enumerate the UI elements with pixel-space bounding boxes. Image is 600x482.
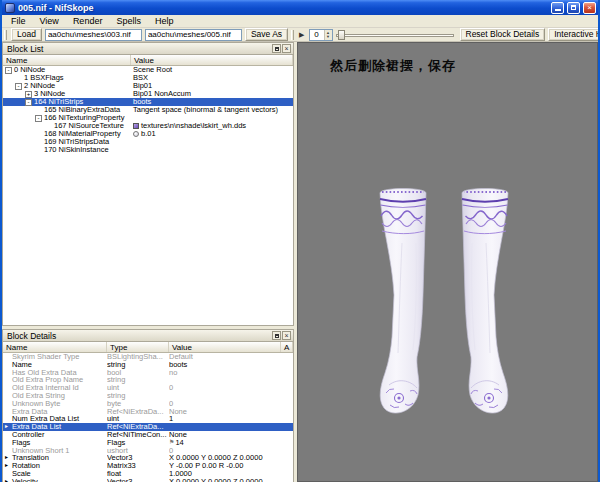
- collapse-icon[interactable]: -: [35, 115, 42, 122]
- spin-down-icon[interactable]: ▼: [326, 35, 330, 39]
- block-details-column-type[interactable]: Type: [107, 342, 169, 352]
- block-details-row[interactable]: ▸VelocityVector3X 0.0000 Y 0.0000 Z 0.00…: [3, 478, 293, 482]
- block-name: 168 NiMaterialProperty: [44, 130, 121, 138]
- expand-arrow-icon[interactable]: ▸: [5, 454, 12, 462]
- block-value: Bip01 NonAccum: [133, 90, 191, 98]
- block-value: Tangent space (binormal & tangent vector…: [133, 106, 278, 114]
- block-value: b.01: [141, 130, 156, 138]
- toolbar-grip[interactable]: [4, 30, 7, 40]
- menu-item-help[interactable]: Help: [148, 16, 181, 26]
- menu-item-view[interactable]: View: [33, 16, 66, 26]
- slider-handle[interactable]: [338, 30, 345, 40]
- timeline-slider[interactable]: [336, 30, 454, 40]
- block-details-row[interactable]: Extra DataRef<NiExtraDa...None: [3, 408, 293, 416]
- field-value: Y -0.00 P 0.00 R -0.00: [169, 462, 243, 470]
- block-list-row[interactable]: 1 BSXFlagsBSX: [3, 74, 293, 82]
- field-value: 0: [169, 447, 173, 455]
- float-icon: [275, 334, 279, 338]
- dock-float-button[interactable]: [272, 44, 281, 53]
- block-name: 165 NiBinaryExtraData: [44, 106, 120, 114]
- expand-arrow-icon[interactable]: ▸: [5, 423, 12, 431]
- block-list-row[interactable]: -2 NiNodeBip01: [3, 82, 293, 90]
- maximize-button[interactable]: [567, 2, 580, 14]
- block-details-row[interactable]: Unknown Short 1ushort0: [3, 447, 293, 455]
- expand-arrow-icon[interactable]: ▸: [5, 478, 12, 482]
- collapse-icon[interactable]: -: [5, 67, 12, 74]
- block-details-row[interactable]: Namestringboots: [3, 361, 293, 369]
- field-name: Extra Data List: [12, 423, 61, 431]
- block-list-row[interactable]: +3 NiNodeBip01 NonAccum: [3, 90, 293, 98]
- block-list-row[interactable]: 167 NiSourceTexturetextures\n\nshade\lsk…: [3, 122, 293, 130]
- collapse-icon[interactable]: -: [15, 83, 22, 90]
- block-details-dock: Block Details × NameTypeValueA Skyrim Sh…: [2, 329, 294, 482]
- block-details-row[interactable]: Old Extra Internal Iduint0: [3, 384, 293, 392]
- dock-close-button[interactable]: ×: [282, 44, 291, 53]
- block-details-column-name[interactable]: Name: [3, 342, 107, 352]
- block-details-row[interactable]: ▸Extra Data ListRef<NiExtraDa...: [3, 423, 293, 431]
- app-icon: [5, 3, 15, 13]
- block-list-row[interactable]: 170 NiSkinInstance: [3, 146, 293, 154]
- field-value: 0: [169, 384, 173, 392]
- dock-float-button[interactable]: [272, 331, 281, 340]
- block-list-row[interactable]: -0 NiNodeScene Root: [3, 66, 293, 74]
- expand-arrow-icon[interactable]: ▸: [5, 462, 12, 470]
- field-value: Default: [169, 353, 193, 361]
- menu-item-spells[interactable]: Spells: [109, 16, 148, 26]
- minimize-button[interactable]: [551, 2, 564, 14]
- field-value: 1: [169, 415, 173, 423]
- block-details-row[interactable]: Unknown Bytebyte0: [3, 400, 293, 408]
- expand-icon[interactable]: +: [25, 91, 32, 98]
- block-details-row[interactable]: ControllerRef<NiTimeCon...None: [3, 431, 293, 439]
- play-icon[interactable]: ▶: [298, 31, 305, 39]
- field-value: 0: [169, 400, 173, 408]
- menu-item-file[interactable]: File: [4, 16, 33, 26]
- field-name: Old Extra Internal Id: [12, 384, 79, 392]
- field-value: None: [169, 408, 187, 416]
- block-name: 2 NiNode: [24, 82, 55, 90]
- block-details-row[interactable]: ▸TranslationVector3X 0.0000 Y 0.0000 Z 0…: [3, 454, 293, 462]
- frame-spinner[interactable]: 0 ▲ ▼: [309, 29, 333, 41]
- main-toolbar: Load Save As ▶ 0 ▲ ▼ Reset Block Details…: [2, 28, 598, 42]
- render-viewport[interactable]: 然后删除裙摆，保存: [297, 42, 598, 482]
- block-details-row[interactable]: Has Old Extra Databoolno: [3, 369, 293, 377]
- block-details-row[interactable]: Skyrim Shader TypeBSLightingSha...Defaul…: [3, 353, 293, 361]
- menu-item-render[interactable]: Render: [66, 16, 110, 26]
- block-list-row[interactable]: 165 NiBinaryExtraDataTangent space (bino…: [3, 106, 293, 114]
- save-path-field[interactable]: [145, 29, 242, 41]
- block-list-column-name[interactable]: Name: [3, 55, 131, 65]
- block-details-row[interactable]: Old Extra Stringstring: [3, 392, 293, 400]
- interactive-help-button[interactable]: Interactive H: [548, 28, 598, 41]
- save-as-button[interactable]: Save As: [245, 28, 288, 41]
- block-list-column-value[interactable]: Value: [131, 55, 293, 65]
- block-details-columns: NameTypeValueA: [3, 342, 293, 353]
- block-details-column-value[interactable]: Value: [169, 342, 281, 352]
- close-button[interactable]: ×: [583, 2, 596, 14]
- load-button[interactable]: Load: [11, 28, 42, 41]
- block-details-row[interactable]: ▸RotationMatrix33Y -0.00 P 0.00 R -0.00: [3, 462, 293, 470]
- main-area: Block List × NameValue -0 NiNodeScene Ro…: [2, 42, 598, 482]
- block-list-row[interactable]: 168 NiMaterialPropertyb.01: [3, 130, 293, 138]
- field-name: Velocity: [12, 478, 38, 482]
- block-details-column-a[interactable]: A: [281, 342, 293, 352]
- block-details-row[interactable]: Old Extra Prop Namestring: [3, 376, 293, 384]
- block-list-row[interactable]: 169 NiTriStripsData: [3, 138, 293, 146]
- block-value: Scene Root: [133, 66, 172, 74]
- field-name: Num Extra Data List: [12, 415, 79, 423]
- block-name: 3 NiNode: [34, 90, 65, 98]
- toolbar-grip[interactable]: [291, 30, 294, 40]
- dock-close-button[interactable]: ×: [282, 331, 291, 340]
- maximize-icon: [571, 5, 576, 10]
- block-details-row[interactable]: Scalefloat1.0000: [3, 470, 293, 478]
- block-details-rows: Skyrim Shader TypeBSLightingSha...Defaul…: [3, 353, 293, 482]
- spinner-arrows-icon[interactable]: ▲ ▼: [324, 30, 332, 40]
- field-name: Rotation: [12, 462, 40, 470]
- collapse-icon[interactable]: -: [25, 99, 32, 106]
- block-details-row[interactable]: Num Extra Data Listuint1: [3, 415, 293, 423]
- block-details-row[interactable]: FlagsFlags⚑14: [3, 439, 293, 447]
- block-details-title: Block Details: [7, 331, 271, 341]
- reset-block-details-button[interactable]: Reset Block Details: [460, 28, 546, 41]
- block-list-row[interactable]: -166 NiTexturingProperty: [3, 114, 293, 122]
- load-path-field[interactable]: [45, 29, 142, 41]
- block-list-header: Block List ×: [3, 43, 293, 55]
- block-list-row[interactable]: -164 NiTriStripsboots: [3, 98, 293, 106]
